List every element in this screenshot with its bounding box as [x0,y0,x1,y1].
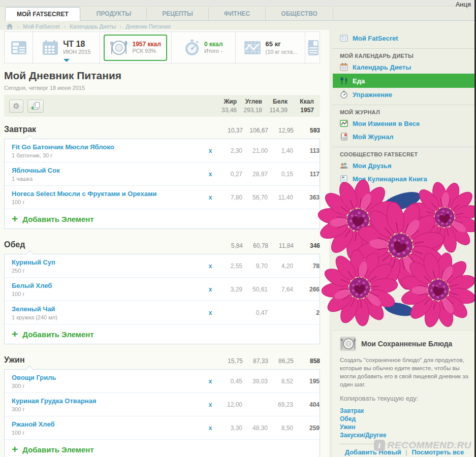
delete-food-button[interactable]: x [204,378,217,385]
food-link[interactable]: Зеленый Чай [12,305,55,313]
copy-day-button[interactable]: + [27,100,44,113]
copy-lunch-link[interactable]: Обед [340,415,469,422]
food-fat: 0,45 [217,378,242,385]
recommend-watermark: I RECOMMEND.RU [374,440,471,451]
breadcrumb-separator: › [120,24,121,29]
meal-total-kcal: 346 [294,242,320,249]
food-row: Куриный Суп 250 г x 2,55 9,70 4,20 78 [5,254,320,278]
sidebar-item-cookbook[interactable]: Моя Кулинарная Книга [333,172,476,185]
plus-icon: + [12,444,18,454]
copy-dinner-link[interactable]: Ужин [340,423,469,431]
food-fat: 2,55 [217,263,242,270]
food-row: Овощи Гриль 300 г x 0,45 39,03 8,52 195 [5,370,320,393]
total-carbs: 293,18 [237,107,262,114]
news-page-icon [340,34,348,42]
sidebar-item-label: Мой Журнал [353,133,393,141]
settings-button[interactable]: ⚙ [9,100,23,113]
tab-fitness[interactable]: ФИТНЕС [209,7,266,20]
date-month-year: ИЮН 2015 [63,49,91,55]
tab-community[interactable]: ОБЩЕСТВО [266,7,333,20]
sidebar-item-food[interactable]: Еда [333,74,476,88]
delete-food-button[interactable]: x [204,263,217,270]
food-link[interactable]: Белый Хлеб [12,282,52,289]
journal-icon [305,39,320,56]
friends-icon [340,161,348,170]
delete-food-button[interactable]: x [204,401,217,408]
weight-chart-icon [243,40,262,55]
sidebar-item-label: Календарь Диеты [353,63,411,71]
sidebar-item-exercise[interactable]: Упражнение [333,88,476,101]
date-day: ЧТ 18 [63,40,91,49]
saved-meals-box: Мои Сохранненые Блюда Создать "сохраненн… [333,330,476,457]
copy-snacks-link[interactable]: Закуски/Другие [340,432,469,439]
food-kcal: 259 [293,425,320,432]
breadcrumb-my-fatsecret[interactable]: Мой FatSecret [23,23,59,29]
delete-food-button[interactable]: x [204,286,217,293]
copy-current-food-label: Копировать текущую еду: [340,395,469,402]
news-widget[interactable] [5,32,33,63]
username[interactable]: Анця [456,1,471,8]
food-link[interactable]: Куриная Грудка Отварная [12,397,97,405]
sidebar-item-diet-calendar[interactable]: Календарь Диеты [333,60,476,74]
meal-total-kcal: 858 [294,357,320,365]
sidebar-item-my-friends[interactable]: Мои Друзья [333,159,476,172]
delete-food-button[interactable]: x [204,425,217,432]
tab-products[interactable]: ПРОДУКТЫ [81,7,147,20]
sidebar-item-my-journal[interactable]: Мой Журнал [333,130,476,143]
food-link[interactable]: Horeca Select Мюсли с Фруктами и Орехами [12,190,157,198]
page-subtitle: Сегодня, четверг 18 июня 2015 [4,85,320,91]
journal-widget[interactable] [305,32,320,63]
food-kcal: 195 [293,378,320,385]
add-item-button[interactable]: + Добавить Элемент [5,209,320,228]
food-portion: 1 чашка [12,175,204,182]
food-kcal-widget[interactable]: 1957 ккал РСК 93% [100,32,172,63]
food-kcal: 266 [293,286,320,293]
stopwatch-icon [184,39,200,56]
food-carbs: 28,97 [242,171,268,178]
food-link[interactable]: Овощи Гриль [12,374,56,381]
food-protein: 8,50 [268,425,293,432]
home-icon[interactable] [6,23,13,29]
add-item-button[interactable]: + Добавить Элемент [5,440,320,457]
calendar-icon [340,63,348,71]
food-link[interactable]: Ржаной Хлеб [12,420,55,428]
delete-food-button[interactable]: x [204,147,217,154]
food-row: Куриная Грудка Отварная 300 г x 12,00 69… [5,393,320,416]
col-header-protein: Белк [262,98,288,105]
delete-food-button[interactable]: x [204,309,217,316]
tab-recipes[interactable]: РЕЦЕПТЫ [147,7,208,20]
date-widget[interactable]: ЧТ 18 ИЮН 2015 [33,32,100,63]
exercise-kcal-widget[interactable]: 0 ккал Итого - [172,32,236,63]
tab-my-fatsecret[interactable]: МОЙ FATSECRET [5,7,80,21]
delete-food-button[interactable]: x [204,194,217,201]
food-link[interactable]: Яблочный Сок [12,167,60,174]
burned-label: Итого - [204,48,223,54]
copy-breakfast-link[interactable]: Завтрак [340,407,469,414]
chevron-down-icon[interactable] [64,59,70,62]
meal-total-kcal: 593 [294,127,320,134]
food-kcal: 404 [293,401,320,408]
weight-widget[interactable]: 65 кг (10 кг оста... [236,32,305,63]
food-row: Horeca Select Мюсли с Фруктами и Орехами… [5,186,320,209]
total-kcal: 1957 [288,107,314,114]
breadcrumb-separator: › [64,24,66,29]
delete-food-button[interactable]: x [204,171,217,178]
sidebar-section-header: СООБЩЕСТВО FATSECRET [340,151,476,157]
total-protein: 114,39 [262,107,288,114]
food-fat: 2,30 [217,147,242,154]
breadcrumb-diet-calendar[interactable]: Календарь Диеты [70,23,116,29]
sidebar-item-weight-changes[interactable]: Мои Измения в Весе [333,117,476,130]
food-protein: 69,23 [268,401,293,408]
food-link[interactable]: Куриный Суп [12,258,55,266]
food-kcal: 113 [293,147,320,154]
food-kcal: 78 [293,263,320,270]
meal-panel-lunch: Куриный Суп 250 г x 2,55 9,70 4,20 78 Бе… [4,254,320,344]
add-item-button[interactable]: + Добавить Элемент [5,324,320,344]
sidebar-item-my-fatsecret[interactable]: Мой FatSecret [333,31,476,45]
food-protein: 7,64 [268,286,293,293]
saved-meals-title: Мои Сохранненые Блюда [361,340,452,348]
page-title: Мой Дневник Питания [4,70,320,82]
breadcrumb-food-diary[interactable]: Дневник Питания [125,23,171,29]
food-link[interactable]: Fit Go Батончик Мюсли Яблоко [12,143,114,151]
copy-pages-icon: + [31,102,40,110]
